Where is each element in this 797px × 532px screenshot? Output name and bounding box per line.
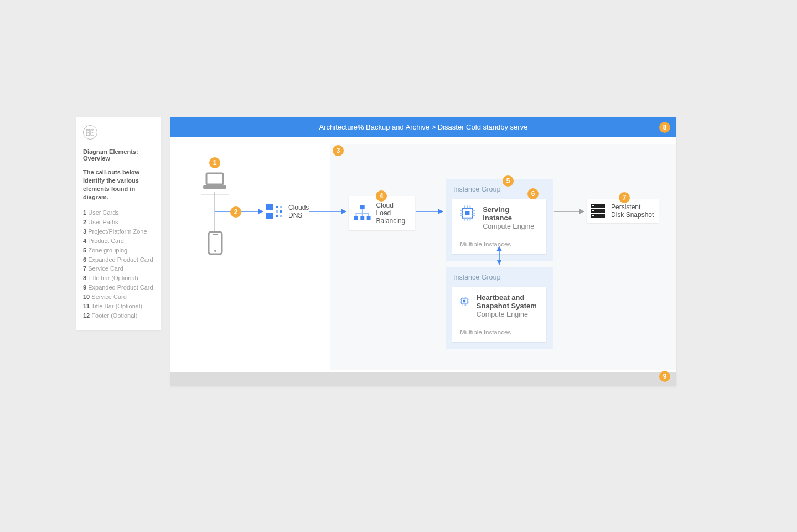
svg-rect-14 [280,206,282,208]
sidebar-panel: Diagram Elements: Overview The call-outs… [76,117,161,330]
svg-rect-18 [280,215,282,217]
svg-rect-61 [592,215,594,216]
legend-list: 1 User Cards2 User Paths3 Project/Platfo… [83,209,154,319]
badge-1: 1 [209,157,220,168]
persistent-disk-icon [591,204,605,218]
dns-label: Clouds DNS [288,204,309,219]
expanded-product-card-heartbeat: Heartbeat and Snapshot System Compute En… [452,287,546,342]
badge-4: 4 [376,190,387,202]
compute-engine-icon [460,293,469,309]
sidebar-description: The call-outs below identify the various… [83,168,154,201]
svg-rect-15 [276,210,278,213]
user-phone-icon [206,231,224,257]
svg-rect-59 [592,205,594,206]
legend-row: 11 Title Bar (Optional) [83,302,154,311]
dns-icon [266,203,283,220]
group-title: Instance Group [452,273,546,281]
book-icon [83,125,97,140]
user-laptop-icon [201,172,229,195]
legend-row: 5 Zone grouping [83,246,154,255]
badge-9: 9 [659,371,670,382]
badge-3: 3 [333,145,344,156]
footer-bar [170,372,676,386]
badge-5: 5 [503,175,514,187]
legend-row: 3 Project/Platform Zone [83,228,154,236]
legend-row: 9 Expanded Product Card [83,283,154,292]
svg-rect-22 [367,216,371,220]
badge-2: 2 [230,206,241,218]
svg-rect-29 [465,211,470,215]
svg-rect-13 [276,206,278,208]
dns-icon-wrap: Clouds DNS [266,203,309,220]
legend-row: 12 Footer (Optional) [83,312,154,320]
diagram-canvas: Architecture% Backup and Archive > Disas… [170,117,676,386]
title-bar-text: Architecture% Backup and Archive > Disas… [319,123,528,131]
svg-rect-6 [206,173,223,184]
svg-rect-20 [354,216,358,220]
load-balancing-icon [354,205,371,221]
product-card-label: Cloud Load Balancing [376,202,410,225]
svg-rect-17 [276,215,278,217]
svg-point-9 [214,250,216,252]
svg-rect-43 [463,300,466,303]
expanded-product-card-serving: Serving Instance Compute Engine Multiple… [452,199,546,254]
title-bar: Architecture% Backup and Archive > Disas… [170,117,676,137]
svg-rect-19 [360,205,365,209]
legend-row: 4 Product Card [83,237,154,245]
badge-7: 7 [619,192,630,203]
badge-6: 6 [527,188,539,199]
svg-rect-11 [266,204,273,210]
legend-row: 7 Service Card [83,265,154,273]
svg-rect-16 [280,210,282,213]
compute-engine-icon [460,205,475,221]
service-card-label: Persistent Disk Snapshot [611,203,654,219]
legend-row: 1 User Cards [83,209,154,217]
legend-row: 10 Service Card [83,293,154,301]
svg-rect-7 [203,185,226,189]
svg-rect-21 [360,216,364,220]
legend-row: 6 Expanded Product Card [83,256,154,264]
instance-group-heartbeat: Instance Group [446,267,553,349]
badge-8: 8 [659,122,670,133]
svg-rect-60 [592,210,594,211]
legend-row: 8 Title bar (Optional) [83,274,154,282]
sidebar-title: Diagram Elements: Overview [83,148,154,162]
svg-rect-12 [266,213,273,219]
legend-row: 2 User Paths [83,218,154,226]
